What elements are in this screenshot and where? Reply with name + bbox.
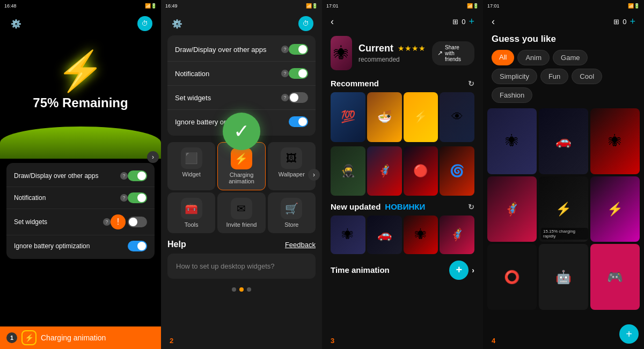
icon-widget[interactable]: ⬛ Widget: [167, 142, 215, 190]
filter-row: All Anim Game Simplicity Fun Cool Fashio…: [483, 50, 644, 108]
time-animation-section: Time animation + ›: [322, 258, 483, 282]
s4-card-4[interactable]: 🦸: [487, 176, 537, 242]
time-4: 17:01: [487, 3, 500, 9]
s2-battery-toggle[interactable]: [289, 116, 308, 127]
status-bar-1: 16:48 📶🔋: [0, 0, 161, 12]
s4-card-2[interactable]: 🚗: [539, 108, 588, 174]
s2-notif-label: Notification: [175, 70, 279, 78]
success-overlay: ✓: [223, 113, 260, 150]
add-button[interactable]: +: [619, 324, 639, 344]
filter-game[interactable]: Game: [553, 50, 588, 65]
setting-row-battery: Ignore battery optimization: [6, 235, 155, 257]
new-card-2[interactable]: 🚗: [367, 216, 402, 254]
s4-card-8[interactable]: 🤖: [539, 244, 588, 310]
wave-decoration: [0, 127, 161, 159]
s2-chevron-right[interactable]: ›: [308, 169, 320, 181]
warning-icon: !: [111, 214, 126, 229]
invite-icon: ✉: [231, 198, 252, 219]
help-badge-2: ?: [120, 194, 128, 202]
rec-card-4[interactable]: 👁: [440, 92, 474, 142]
help-box: How to set up desktop widgets?: [167, 254, 316, 279]
status-icons-1: 📶🔋: [145, 3, 157, 9]
filter-all[interactable]: All: [492, 50, 514, 65]
filter-anim[interactable]: Anim: [517, 50, 550, 65]
s2-widgets-toggle[interactable]: [289, 92, 308, 103]
current-title: Current: [358, 43, 393, 54]
screen-number-3: 3: [331, 337, 334, 345]
help-question[interactable]: How to set up desktop widgets?: [176, 262, 275, 270]
new-card-3[interactable]: 🕷: [404, 216, 438, 254]
help-badge-3: ?: [103, 218, 111, 226]
s2-help-badge-3: ?: [281, 94, 289, 101]
time-plus-button[interactable]: +: [449, 261, 469, 280]
gear-icon-2[interactable]: ⚙️: [170, 16, 185, 31]
back-button-4[interactable]: ‹: [492, 16, 495, 27]
refresh-icon[interactable]: ↻: [468, 79, 474, 88]
rec-card-8[interactable]: 🌀: [440, 146, 474, 196]
s4-card-5[interactable]: ⚡ 15.15% charging rapidly: [539, 176, 588, 242]
dot-2[interactable]: [239, 287, 244, 292]
s4-card-3[interactable]: 🕷: [590, 108, 640, 174]
back-button-3[interactable]: ‹: [331, 16, 334, 27]
notif-toggle[interactable]: [128, 192, 147, 203]
new-card-4[interactable]: 🦸: [440, 216, 474, 254]
tools-label: Tools: [185, 221, 199, 228]
screen-number-2: 2: [170, 337, 173, 345]
s2-draw-toggle[interactable]: [289, 44, 308, 55]
feedback-link[interactable]: Feedback: [285, 241, 316, 249]
icon-store[interactable]: 🛒 Store: [268, 192, 316, 233]
header-icon-plus[interactable]: +: [469, 16, 474, 27]
rec-card-3[interactable]: ⚡: [404, 92, 438, 142]
icon-tools[interactable]: 🧰 Tools: [167, 192, 215, 233]
screen-number-4: 4: [492, 337, 495, 345]
icon-invite[interactable]: ✉ Invite friend: [217, 192, 265, 233]
rec-card-1[interactable]: 💯: [331, 92, 365, 142]
new-card-1[interactable]: 🕷: [331, 216, 365, 254]
filter-simplicity[interactable]: Simplicity: [492, 69, 537, 84]
share-icon: ↗: [437, 49, 443, 57]
timer-icon[interactable]: ⏱: [137, 16, 152, 31]
filter-fashion[interactable]: Fashion: [492, 87, 532, 103]
recommend-label: Recommend: [331, 79, 379, 88]
filter-fun[interactable]: Fun: [540, 69, 568, 84]
gear-icon[interactable]: ⚙️: [9, 16, 24, 31]
timer-icon-2[interactable]: ⏱: [298, 16, 313, 31]
rec-card-6[interactable]: 🦸: [367, 146, 402, 196]
widget-label: Widget: [182, 171, 201, 177]
s4-plus-icon[interactable]: +: [630, 16, 635, 27]
battery-toggle[interactable]: [128, 241, 147, 251]
widgets-toggle[interactable]: [128, 217, 147, 227]
s4-card-7[interactable]: ⭕: [487, 244, 537, 310]
notif-label: Notification: [14, 194, 118, 202]
icon-wallpaper[interactable]: 🖼 Wallpaper: [268, 142, 316, 190]
dot-1[interactable]: [232, 287, 236, 292]
store-label: Store: [284, 221, 298, 228]
s4-card-6[interactable]: ⚡: [590, 176, 640, 242]
screen-4: 17:01 📶🔋 ‹ ⊞ 0 + Guess you like All Anim…: [483, 0, 644, 349]
s1-chevron-right[interactable]: ›: [147, 151, 159, 163]
status-bar-4: 17:01 📶🔋: [483, 0, 644, 12]
battery-area: ⚡ 75% Remaining: [0, 35, 161, 121]
refresh-icon-2[interactable]: ↻: [468, 203, 474, 211]
s4-header-icon: ⊞: [613, 18, 619, 26]
filter-cool[interactable]: Cool: [572, 69, 602, 84]
help-section: Help Feedback How to set up desktop widg…: [167, 240, 316, 279]
current-stars: ★★★★: [398, 44, 426, 53]
rec-card-5[interactable]: 🥷: [331, 146, 365, 196]
share-button[interactable]: ↗ Share with friends: [432, 41, 474, 65]
recommend-grid: 💯 🍜 ⚡ 👁: [331, 92, 474, 142]
s4-card-9[interactable]: 🎮: [590, 244, 640, 310]
time-1: 16:48: [4, 3, 17, 9]
rec-card-7[interactable]: 🔴: [404, 146, 438, 196]
s2-row-widgets: Set widgets ?: [167, 86, 316, 110]
card-percent: 15.15% charging rapidly: [541, 228, 588, 240]
s2-notif-toggle[interactable]: [289, 68, 308, 79]
draw-toggle[interactable]: [128, 170, 147, 181]
store-icon: 🛒: [281, 198, 302, 219]
wallpaper-label: Wallpaper: [279, 171, 305, 177]
time-chevron[interactable]: ›: [472, 266, 474, 274]
rec-card-2[interactable]: 🍜: [367, 92, 402, 142]
current-thumb: 🕷: [331, 36, 352, 70]
dot-3[interactable]: [247, 287, 251, 292]
s4-card-1[interactable]: 🕷: [487, 108, 537, 174]
